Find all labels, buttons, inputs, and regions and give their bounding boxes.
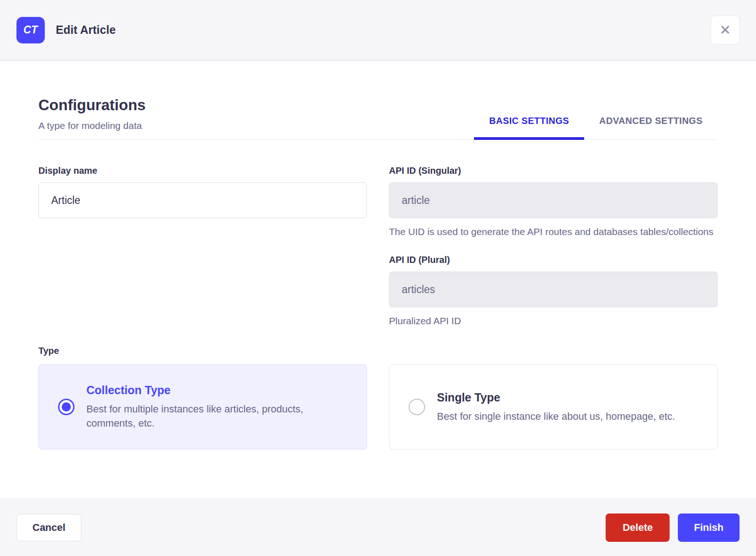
api-id-column: API ID (Singular) The UID is used to gen…: [389, 166, 718, 328]
api-id-plural-label: API ID (Plural): [389, 255, 718, 265]
modal-body: Configurations A type for modeling data …: [0, 62, 756, 498]
delete-button[interactable]: Delete: [606, 513, 670, 542]
api-id-singular-field: API ID (Singular) The UID is used to gen…: [389, 166, 718, 239]
api-id-plural-hint: Pluralized API ID: [389, 314, 718, 328]
type-options: Collection Type Best for multiple instan…: [38, 364, 718, 449]
display-name-input[interactable]: [38, 182, 367, 218]
type-label: Type: [38, 346, 718, 356]
finish-button[interactable]: Finish: [678, 513, 740, 542]
api-id-plural-input: [389, 272, 718, 307]
settings-tabs: BASIC SETTINGS ADVANCED SETTINGS: [474, 116, 718, 139]
api-id-singular-input: [389, 182, 718, 218]
modal-header: CT Edit Article ✕: [0, 0, 756, 61]
close-button[interactable]: ✕: [711, 16, 740, 44]
configurations-header-row: Configurations A type for modeling data …: [38, 96, 718, 140]
close-icon: ✕: [719, 23, 731, 37]
type-section: Type Collection Type Best for multiple i…: [38, 346, 718, 449]
display-name-label: Display name: [38, 166, 367, 176]
footer-actions: Delete Finish: [606, 513, 740, 542]
modal-footer: Cancel Delete Finish: [0, 498, 756, 556]
api-id-singular-label: API ID (Singular): [389, 166, 718, 176]
single-type-option[interactable]: Single Type Best for single instance lik…: [389, 364, 718, 449]
configurations-titles: Configurations A type for modeling data: [38, 96, 146, 139]
single-type-description: Best for single instance like about us, …: [437, 409, 675, 423]
collection-type-text: Collection Type Best for multiple instan…: [86, 384, 342, 430]
cancel-button[interactable]: Cancel: [16, 514, 81, 541]
tab-advanced-settings[interactable]: ADVANCED SETTINGS: [584, 116, 718, 139]
configuration-form: Display name API ID (Singular) The UID i…: [38, 166, 718, 328]
page-subtitle: A type for modeling data: [38, 120, 146, 139]
collection-type-option[interactable]: Collection Type Best for multiple instan…: [38, 364, 367, 449]
collection-type-radio[interactable]: [58, 399, 75, 415]
tab-basic-settings[interactable]: BASIC SETTINGS: [474, 116, 584, 139]
api-id-singular-hint: The UID is used to generate the API rout…: [389, 225, 718, 239]
single-type-radio[interactable]: [409, 399, 425, 415]
page-title: Configurations: [38, 96, 146, 114]
single-type-text: Single Type Best for single instance lik…: [437, 391, 675, 423]
display-name-field: Display name: [38, 166, 367, 328]
api-id-plural-field: API ID (Plural) Pluralized API ID: [389, 255, 718, 328]
single-type-title: Single Type: [437, 391, 675, 404]
collection-type-title: Collection Type: [86, 384, 342, 397]
modal-title: Edit Article: [56, 23, 116, 37]
collection-type-description: Best for multiple instances like article…: [86, 402, 342, 430]
content-type-badge: CT: [16, 17, 45, 43]
